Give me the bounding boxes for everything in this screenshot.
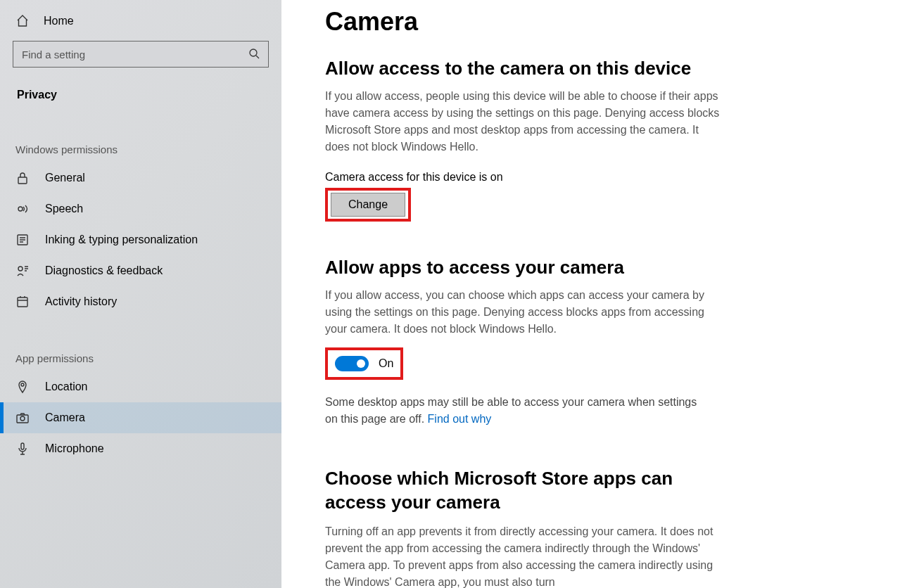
search-container [0, 35, 281, 75]
toggle-highlight: On [325, 347, 403, 380]
sidebar-section-windows: Windows permissions [0, 108, 281, 162]
home-icon [15, 14, 31, 28]
search-input[interactable] [22, 49, 248, 60]
desktop-apps-note: Some desktop apps may still be able to a… [325, 394, 712, 428]
sidebar-item-general[interactable]: General [0, 162, 281, 193]
camera-access-toggle-row: On [335, 356, 393, 371]
sidebar-item-microphone[interactable]: Microphone [0, 433, 281, 464]
change-button[interactable]: Change [331, 193, 405, 217]
section3-description: Turning off an app prevents it from dire… [325, 523, 723, 588]
change-highlight: Change [325, 188, 411, 222]
sidebar-item-inking[interactable]: Inking & typing personalization [0, 224, 281, 255]
find-out-why-link[interactable]: Find out why [428, 413, 492, 425]
sidebar-home-label: Home [44, 15, 74, 27]
svg-point-0 [250, 49, 257, 56]
svg-point-8 [20, 416, 25, 421]
main-content: Camera Allow access to the camera on thi… [281, 0, 907, 588]
location-icon [15, 380, 31, 394]
sidebar: Home Privacy Windows permissions General [0, 0, 281, 588]
sidebar-category: Privacy [0, 75, 281, 108]
sidebar-item-diagnostics[interactable]: Diagnostics & feedback [0, 255, 281, 286]
feedback-icon [15, 264, 31, 278]
sidebar-item-label: General [45, 172, 85, 184]
sidebar-item-location[interactable]: Location [0, 371, 281, 402]
sidebar-item-activity[interactable]: Activity history [0, 286, 281, 317]
sidebar-home[interactable]: Home [0, 8, 281, 35]
camera-access-status: Camera access for this device is on [325, 171, 879, 184]
speech-icon [15, 202, 31, 216]
sidebar-item-label: Speech [45, 203, 83, 215]
page-title: Camera [325, 7, 879, 37]
search-input-box[interactable] [13, 41, 269, 68]
lock-icon [15, 171, 31, 185]
sidebar-section-app: App permissions [0, 317, 281, 371]
sidebar-item-label: Diagnostics & feedback [45, 264, 163, 277]
svg-point-6 [21, 383, 24, 386]
svg-rect-5 [18, 298, 27, 307]
camera-icon [15, 411, 31, 425]
toggle-state-label: On [379, 357, 393, 370]
camera-access-toggle[interactable] [335, 356, 369, 371]
sidebar-item-label: Microphone [45, 442, 104, 455]
microphone-icon [15, 442, 31, 456]
section1-heading: Allow access to the camera on this devic… [325, 58, 879, 79]
activity-icon [15, 295, 31, 309]
section1-description: If you allow access, people using this d… [325, 88, 723, 155]
svg-rect-1 [18, 177, 27, 184]
sidebar-item-label: Inking & typing personalization [45, 234, 198, 246]
inking-icon [15, 233, 31, 247]
sidebar-item-label: Location [45, 381, 88, 393]
sidebar-item-label: Camera [45, 411, 85, 424]
section2-description: If you allow access, you can choose whic… [325, 287, 723, 338]
sidebar-item-speech[interactable]: Speech [0, 193, 281, 224]
svg-rect-9 [21, 443, 24, 449]
svg-point-4 [18, 267, 23, 271]
sidebar-item-label: Activity history [45, 295, 117, 308]
search-icon [248, 48, 260, 61]
desktop-apps-note-text: Some desktop apps may still be able to a… [325, 396, 697, 425]
sidebar-item-camera[interactable]: Camera [0, 402, 281, 433]
section2-heading: Allow apps to access your camera [325, 257, 879, 279]
section3-heading: Choose which Microsoft Store apps can ac… [325, 467, 705, 515]
svg-point-2 [18, 207, 23, 211]
